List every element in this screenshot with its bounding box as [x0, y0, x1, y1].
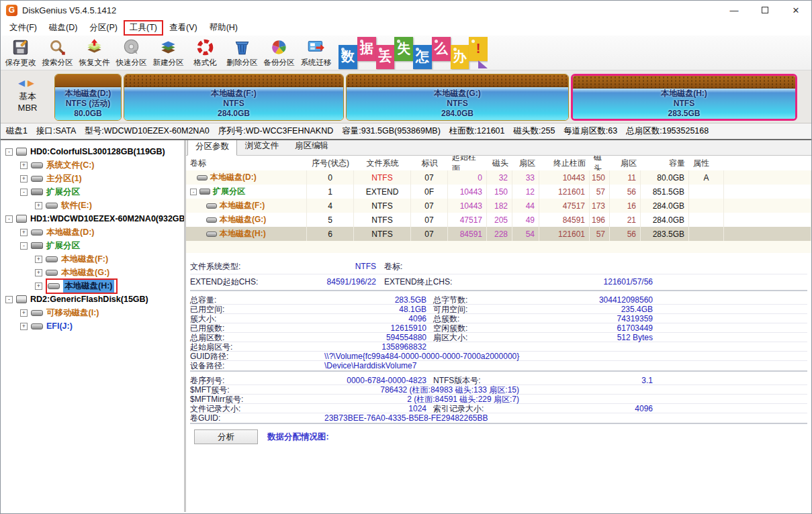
tree-item-g[interactable]: + 本地磁盘(G:) — [1, 266, 184, 279]
menu-item-file[interactable]: 文件(F) — [3, 21, 43, 35]
extended-partition-icon — [31, 242, 43, 249]
menu-item-view[interactable]: 查看(V) — [163, 21, 204, 35]
detail-row: 文件记录大小: 1024 索引记录大小: 4096 — [190, 404, 807, 413]
menu-item-disk[interactable]: 磁盘(D) — [43, 21, 83, 35]
tree-item-primary-1[interactable]: + 主分区(1) — [1, 172, 184, 185]
partition-size: 283.5GB — [668, 109, 700, 119]
close-button[interactable]: ✕ — [780, 1, 811, 19]
banner-tile: 丢 — [376, 45, 395, 69]
collapse-icon[interactable]: - — [5, 296, 13, 303]
expand-icon[interactable]: + — [35, 202, 42, 209]
toolbar-button-save-changes[interactable]: 保存更改 — [2, 36, 39, 70]
collapse-icon[interactable]: - — [20, 242, 28, 250]
tab-sector-edit[interactable]: 扇区编辑 — [287, 140, 336, 155]
tree-item-extended-hd0[interactable]: - 扩展分区 — [1, 185, 184, 199]
table-row-f[interactable]: 本地磁盘(F:) 4 NTFS 07 10443 182 44 47517 17… — [186, 199, 811, 213]
new-partition-icon — [159, 38, 177, 56]
tree-item-e[interactable]: + 软件(E:) — [1, 199, 184, 212]
partition-icon — [206, 203, 217, 209]
expand-icon[interactable]: + — [35, 282, 42, 290]
table-row-extended[interactable]: -扩展分区 1 EXTEND 0F 10443 150 12 121601 57… — [186, 185, 811, 199]
table-row-d[interactable]: 本地磁盘(D:) 0 NTFS 07 0 32 33 10443 150 11 … — [186, 170, 811, 185]
menu-item-help[interactable]: 帮助(H) — [204, 21, 244, 35]
prev-disk-arrow-icon[interactable]: ◀ — [18, 78, 28, 88]
tree-item-j[interactable]: + EFI(J:) — [1, 319, 184, 333]
collapse-icon[interactable]: - — [5, 215, 13, 223]
tree-item-f[interactable]: + 本地磁盘(F:) — [1, 252, 184, 266]
toolbar-button-backup-partition[interactable]: 备份分区 — [261, 36, 298, 70]
partition-icon — [31, 323, 43, 329]
partition-block-g[interactable]: 本地磁盘(G:) NTFS 284.0GB — [346, 74, 569, 121]
next-disk-arrow-icon[interactable]: ▶ — [28, 78, 37, 88]
minimize-button[interactable]: — — [719, 1, 750, 19]
tree-item-rd2[interactable]: - RD2:GenericFlashDisk(15GB) — [1, 293, 184, 306]
toolbar-button-recover-files[interactable]: 恢复文件 — [76, 36, 113, 70]
table-header-row: 卷标 序号(状态) 文件系统 标识 起始柱面 磁头 扇区 终止柱面 磁头 扇区 … — [186, 156, 811, 170]
extended-partition-icon — [199, 189, 210, 195]
tree-item-c[interactable]: + 系统文件(C:) — [1, 158, 184, 172]
collapse-icon[interactable]: - — [5, 148, 13, 156]
maximize-button[interactable] — [750, 1, 780, 19]
format-icon — [196, 38, 214, 56]
detail-row: 卷序列号: 0000-6784-0000-4823 NTFS版本号: 3.1 — [190, 376, 807, 385]
detail-row-volume-guid: 卷GUID: 23B73BEE-76A0-4335-B5E8-FE2948226… — [190, 413, 807, 423]
disk-info-bar: 磁盘1 接口:SATA 型号:WDCWD10EZEX-60M2NA0 序列号:W… — [1, 123, 811, 140]
expand-icon[interactable]: + — [35, 256, 42, 263]
toolbar-button-format[interactable]: 格式化 — [187, 36, 224, 70]
expand-icon[interactable]: + — [20, 162, 28, 169]
collapse-icon[interactable]: - — [20, 189, 28, 196]
banner-triangle-icon — [478, 60, 488, 68]
toolbar-button-delete-partition[interactable]: 删除分区 — [224, 36, 261, 70]
partition-block-f[interactable]: 本地磁盘(F:) NTFS 284.0GB — [124, 74, 344, 121]
partition-size: 80.0GB — [74, 109, 101, 119]
tab-partition-params[interactable]: 分区参数 — [187, 140, 237, 156]
detail-row-mft: $MFT簇号: 786432 (柱面:84983 磁头:133 扇区:15) — [190, 385, 807, 395]
toolbar-button-search-partition[interactable]: 搜索分区 — [39, 36, 76, 70]
ad-banner[interactable]: 数 据 丢 失 怎 么 办 ! — [339, 36, 488, 70]
allocation-map-label: 数据分配情况图: — [267, 431, 329, 443]
partition-block-d[interactable]: 本地磁盘(D:) NTFS (活动) 80.0GB — [54, 74, 122, 121]
quick-partition-icon — [122, 38, 140, 56]
detail-row: 起始扇区号: 1358968832 — [190, 342, 807, 352]
tree-item-d[interactable]: + 本地磁盘(D:) — [1, 225, 184, 239]
analyze-button[interactable]: 分析 — [194, 429, 258, 444]
detail-row: 簇大小: 4096 总簇数: 74319359 — [190, 314, 807, 323]
tab-browse-files[interactable]: 浏览文件 — [237, 140, 287, 155]
tree-item-h[interactable]: + 本地磁盘(H:) — [1, 279, 184, 293]
partition-icon — [31, 162, 43, 168]
expand-icon[interactable]: + — [20, 175, 28, 183]
tree-item-hd0[interactable]: - HD0:ColorfulSL300128GB(119GB) — [1, 145, 184, 158]
table-row-g[interactable]: 本地磁盘(G:) 5 NTFS 07 47517 205 49 84591 19… — [186, 213, 811, 227]
partition-icon — [197, 175, 208, 181]
tree-item-extended-hd1[interactable]: - 扩展分区 — [1, 239, 184, 252]
expand-icon[interactable]: + — [20, 229, 28, 236]
partition-icon — [206, 217, 217, 223]
collapse-icon[interactable]: - — [190, 189, 197, 195]
banner-tile: 办 — [451, 45, 469, 69]
expand-icon[interactable]: + — [20, 323, 28, 330]
toolbar-button-system-migrate[interactable]: 系统迁移 — [298, 36, 334, 70]
tree-item-hd1[interactable]: - HD1:WDCWD10EZEX-60M2NA0(932GB) — [1, 212, 184, 225]
banner-tile: 数 — [339, 45, 357, 69]
expand-icon[interactable]: + — [20, 309, 28, 317]
table-row-h-selected[interactable]: 本地磁盘(H:) 6 NTFS 07 84591 228 54 121601 5… — [186, 227, 811, 241]
partition-icon — [46, 270, 58, 276]
table-empty-row — [186, 241, 811, 253]
expand-icon[interactable]: + — [35, 269, 42, 276]
partition-name: 本地磁盘(G:) — [434, 89, 480, 99]
right-panel: 分区参数 浏览文件 扇区编辑 卷标 序号(状态) 文件系统 标识 起始柱面 磁头… — [186, 140, 811, 512]
tree-item-i[interactable]: + 可移动磁盘(I:) — [1, 306, 184, 319]
partition-block-header — [347, 74, 568, 87]
toolbar: 保存更改 搜索分区 恢复文件 快速分区 新建分区 格式化 删除分区 备份分区 系… — [1, 36, 811, 70]
partition-block-header — [55, 74, 121, 87]
toolbar-button-quick-partition[interactable]: 快速分区 — [113, 36, 150, 70]
details-section-capacity: 总容量: 283.5GB 总字节数: 304412098560 已用空间: 48… — [190, 295, 807, 372]
toolbar-button-new-partition[interactable]: 新建分区 — [150, 36, 187, 70]
detail-row-mftmirr: $MFTMirr簇号: 2 (柱面:84591 磁头:229 扇区:7) — [190, 395, 807, 404]
partition-block-h[interactable]: 本地磁盘(H:) NTFS 283.5GB — [571, 74, 797, 121]
menu-item-partition[interactable]: 分区(P) — [83, 21, 124, 35]
window-title: DiskGenius V5.4.5.1412 — [22, 5, 116, 15]
extended-partition-icon — [31, 189, 43, 195]
disk-icon — [16, 295, 27, 303]
menu-item-tools[interactable]: 工具(T) — [124, 20, 163, 36]
